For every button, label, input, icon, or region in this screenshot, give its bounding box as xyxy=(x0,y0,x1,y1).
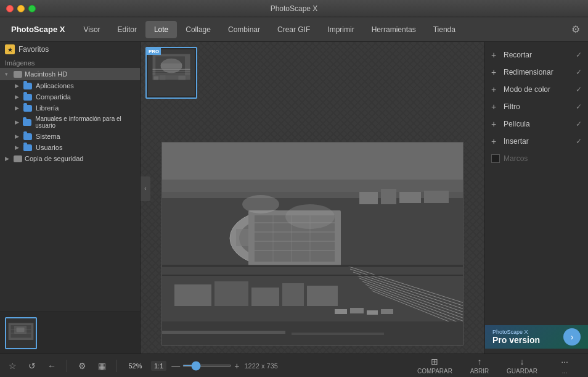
expand-arrow-icon: ▶ xyxy=(5,155,11,162)
plus-icon: + xyxy=(491,120,500,128)
svg-rect-16 xyxy=(153,77,158,80)
expand-arrow-icon: ▶ xyxy=(15,133,21,139)
expand-arrow-icon: ▶ xyxy=(15,144,21,151)
svg-rect-12 xyxy=(161,64,182,68)
zoom-out-button[interactable]: — xyxy=(171,361,180,371)
svg-rect-59 xyxy=(367,310,378,315)
hard-drive-icon xyxy=(14,155,22,162)
svg-rect-51 xyxy=(424,191,449,203)
main-image-container xyxy=(141,133,484,354)
svg-rect-18 xyxy=(178,76,185,80)
right-item-recortar[interactable]: + Recortar ✓ xyxy=(485,47,588,63)
comparar-label: COMPARAR xyxy=(417,368,452,375)
right-item-insertar[interactable]: + Insertar ✓ xyxy=(485,133,588,149)
svg-rect-65 xyxy=(292,333,384,335)
pro-arrow-button[interactable]: › xyxy=(563,328,581,346)
sidebar-item-libreria[interactable]: ▶ Librería xyxy=(0,102,140,114)
favorites-label: Favoritos xyxy=(18,45,49,54)
sidebar-item-macintosh-hd[interactable]: ▾ Macintosh HD xyxy=(0,68,140,80)
zoom-slider[interactable] xyxy=(182,365,232,367)
sidebar-tree: ▾ Macintosh HD ▶ Aplicaciones ▶ Comparti… xyxy=(0,68,140,312)
check-icon: ✓ xyxy=(576,120,582,128)
app-logo[interactable]: PhotoScape X xyxy=(4,25,72,34)
minimize-button[interactable] xyxy=(17,5,25,12)
abrir-label: ABRIR xyxy=(470,368,489,375)
sidebar-item-sistema[interactable]: ▶ Sistema xyxy=(0,131,140,142)
sidebar: ★ Favoritos Imágenes ▾ Macintosh HD ▶ Ap… xyxy=(0,42,141,354)
sidebar-item-favorites[interactable]: ★ Favoritos xyxy=(0,42,140,57)
folder-icon xyxy=(23,133,32,140)
nav-item-crear-gif[interactable]: Crear GIF xyxy=(269,21,319,38)
refresh-button[interactable]: ↺ xyxy=(25,358,39,373)
svg-rect-49 xyxy=(381,189,396,204)
favorites-icon: ★ xyxy=(5,44,15,54)
right-label-insertar: Insertar xyxy=(504,137,572,146)
guardar-label: GUARDAR xyxy=(507,368,537,375)
tree-item-label: Sistema xyxy=(36,133,60,140)
svg-rect-52 xyxy=(174,284,211,306)
svg-rect-64 xyxy=(162,331,285,334)
more-button[interactable]: ··· ... xyxy=(546,355,583,376)
sidebar-item-compartida[interactable]: ▶ Compartida xyxy=(0,91,140,102)
image-size-display: 1222 x 735 xyxy=(244,362,277,370)
right-item-modo-color[interactable]: + Modo de color ✓ xyxy=(485,81,588,97)
abrir-button[interactable]: ↑ ABRIR xyxy=(461,355,498,376)
nav-item-tienda[interactable]: Tienda xyxy=(425,21,464,38)
right-label-redimensionar: Redimensionar xyxy=(504,68,572,77)
nav-item-herramientas[interactable]: Herramientas xyxy=(363,21,425,38)
divider xyxy=(116,360,117,372)
sidebar-collapse-button[interactable]: ‹ xyxy=(141,176,150,201)
pro-small-label: PhotoScape X xyxy=(492,329,540,335)
folder-icon xyxy=(23,144,32,151)
macintosh-hd-label: Macintosh HD xyxy=(25,70,67,78)
svg-rect-19 xyxy=(187,77,190,80)
nav-item-visor[interactable]: Visor xyxy=(75,21,108,38)
main-image[interactable] xyxy=(161,142,463,346)
sidebar-item-usuarios[interactable]: ▶ Usuarios xyxy=(0,142,140,153)
plus-icon: + xyxy=(491,137,500,146)
nav-item-lote[interactable]: Lote xyxy=(145,21,177,38)
sidebar-item-manuales[interactable]: ▶ Manuales e información para el usuario xyxy=(0,114,140,131)
svg-rect-55 xyxy=(282,283,304,306)
maximize-button[interactable] xyxy=(28,5,36,12)
sidebar-thumbnail-strip xyxy=(0,312,140,354)
zoom-preset-button[interactable]: 1:1 xyxy=(151,361,166,371)
sidebar-item-copia[interactable]: ▶ Copia de seguridad xyxy=(0,153,140,164)
right-label-filtro: Filtro xyxy=(504,102,572,111)
check-icon: ✓ xyxy=(576,51,582,59)
comparar-icon: ⊞ xyxy=(431,357,438,367)
thumbnail-item[interactable] xyxy=(5,317,37,349)
traffic-lights xyxy=(6,5,36,12)
right-item-redimensionar[interactable]: + Redimensionar ✓ xyxy=(485,64,588,80)
pro-version-panel[interactable]: PhotoScape X Pro version › xyxy=(485,325,588,349)
expand-arrow-icon: ▶ xyxy=(15,83,21,89)
pro-badge: PRO xyxy=(147,48,161,55)
settings-icon[interactable]: ⚙ xyxy=(567,21,584,38)
zoom-in-button[interactable]: + xyxy=(234,361,239,371)
more-icon: ··· xyxy=(561,357,568,367)
svg-rect-58 xyxy=(350,308,364,313)
right-item-filtro[interactable]: + Filtro ✓ xyxy=(485,99,588,115)
back-button[interactable]: ← xyxy=(44,358,59,373)
canvas-thumbnail[interactable]: PRO xyxy=(145,47,197,99)
right-item-marcos[interactable]: Marcos xyxy=(485,151,588,167)
sidebar-item-aplicaciones[interactable]: ▶ Aplicaciones xyxy=(0,80,140,91)
check-icon: ✓ xyxy=(576,85,582,94)
guardar-button[interactable]: ↓ GUARDAR xyxy=(499,355,545,376)
comparar-button[interactable]: ⊞ COMPARAR xyxy=(410,355,460,376)
settings-button[interactable]: ⚙ xyxy=(75,358,89,373)
right-item-pelicula[interactable]: + Película ✓ xyxy=(485,116,588,132)
nav-item-imprimir[interactable]: Imprimir xyxy=(319,21,362,38)
nav-item-editor[interactable]: Editor xyxy=(109,21,145,38)
nav-item-combinar[interactable]: Combinar xyxy=(219,21,269,38)
svg-rect-57 xyxy=(335,309,347,314)
zoom-percent: 52% xyxy=(125,362,146,370)
close-button[interactable] xyxy=(6,5,14,12)
more-label: ... xyxy=(562,368,567,375)
star-button[interactable]: ☆ xyxy=(5,358,20,373)
nav-item-collage[interactable]: Collage xyxy=(177,21,219,38)
grid-button[interactable]: ▦ xyxy=(94,358,109,373)
folder-icon xyxy=(23,119,31,126)
color-box-icon xyxy=(491,154,500,163)
svg-rect-17 xyxy=(160,75,166,80)
